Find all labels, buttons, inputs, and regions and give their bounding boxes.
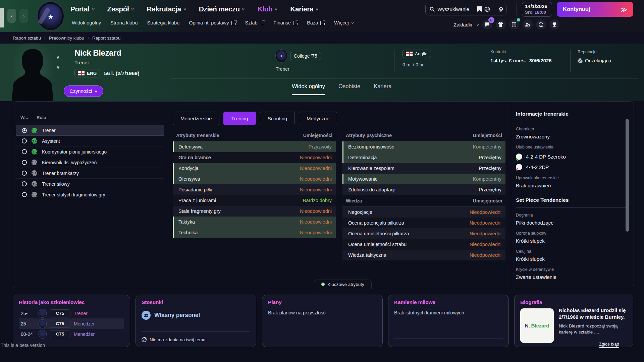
favourite-formation[interactable]: 4-4-2 2DP: [516, 164, 627, 170]
subnav-wiecej[interactable]: Więcej∨: [334, 20, 354, 25]
history-row[interactable]: 00-24 C75 Menedżer: [19, 329, 124, 339]
club-crest-logo[interactable]: ★: [38, 2, 64, 30]
radio-icon[interactable]: [22, 192, 27, 197]
tab-widok-ogolny[interactable]: Widok ogólny: [292, 83, 325, 95]
breadcrumb-item[interactable]: Raport sztabu: [92, 36, 120, 41]
squad-shirt-icon[interactable]: [496, 19, 506, 29]
info-panel-scrollbar[interactable]: [626, 119, 629, 232]
coach-info-panel: Informacje trenerskie Charakter Zrównowa…: [516, 111, 627, 288]
tab-kariera[interactable]: Kariera: [374, 83, 391, 95]
scouting-icon[interactable]: [523, 19, 533, 29]
england-flag-icon: [78, 71, 85, 75]
attr-row[interactable]: Zdolność do adaptacjiPrzeciętny: [342, 184, 505, 195]
attr-row[interactable]: Praca z junioramiBardzo dobry: [173, 195, 336, 206]
subnav-strategia-klubu[interactable]: Strategia klubu: [147, 20, 179, 25]
chevron-down-icon: ∨: [131, 7, 135, 11]
attr-row[interactable]: TechnikaNieodpowiedni: [173, 227, 336, 238]
nav-portal[interactable]: Portal∨: [70, 5, 95, 13]
breadcrumb-item[interactable]: Pracownicy klubu: [49, 36, 84, 41]
nationality-chip[interactable]: ENG: [74, 69, 100, 77]
content-frame: W... Rola Trener Asystent Koordynator pi…: [13, 101, 634, 288]
attr-row[interactable]: Ocena umiejętności piłkarzaNieodpowiedni: [342, 228, 505, 239]
attr-row[interactable]: Gra na bramceNieodpowiedni: [173, 152, 336, 163]
radio-selected-icon[interactable]: [22, 128, 27, 133]
role-row-trener-bramkarzy[interactable]: Trener bramkarzy: [16, 168, 164, 179]
inbox-messages-icon[interactable]: 6: [482, 19, 492, 29]
rights-value: Brak uprawnień: [516, 183, 627, 188]
nation-chip[interactable]: Anglia: [402, 50, 431, 58]
sync-icon[interactable]: [536, 19, 546, 29]
history-row[interactable]: 25- C75 Menedżer: [19, 318, 124, 329]
bio-body-text: Nick Blezard rozpoczął swoją karierę w s…: [559, 323, 629, 335]
radio-icon[interactable]: [22, 138, 27, 143]
club-chip[interactable]: C75: [50, 320, 70, 328]
chevron-down-icon[interactable]: ∨: [476, 22, 479, 27]
attr-row[interactable]: KondycjaNieodpowiedni: [173, 163, 336, 174]
search-field[interactable]: Wyszukiwanie: [426, 3, 473, 15]
favourite-formation[interactable]: 4-2-4 DP Szeroko: [516, 154, 627, 160]
attr-row[interactable]: DeterminacjaPrzeciętny: [342, 152, 505, 163]
attr-row[interactable]: DefensywaPrzyzwoity: [173, 141, 336, 152]
radio-icon[interactable]: [22, 171, 27, 176]
subnav-opinia-postawy[interactable]: Opinia nt. postawy: [189, 20, 235, 25]
role-row-trener-silowy[interactable]: Trener siłowy: [16, 179, 164, 189]
relations-value-row[interactable]: Własny personel: [142, 311, 250, 320]
attr-row[interactable]: NegocjacjeNieodpowiedni: [342, 207, 505, 218]
club-chip[interactable]: C75: [50, 309, 70, 317]
history-forward-button[interactable]: ›: [19, 9, 28, 23]
role-row-trener[interactable]: Trener: [16, 125, 164, 136]
attr-row[interactable]: BezkompromisowośćKompetentny: [342, 141, 505, 152]
radio-icon[interactable]: [22, 160, 27, 165]
attr-row[interactable]: Kierowanie zespołemPrzeciętny: [342, 163, 505, 174]
radio-icon[interactable]: [22, 149, 27, 154]
radio-icon[interactable]: [22, 181, 27, 186]
role-row-kierownik[interactable]: Kierownik ds. wypożyczeń: [16, 157, 164, 168]
role-row-asystent[interactable]: Asystent: [16, 136, 164, 146]
tab-trening[interactable]: Trening: [223, 112, 256, 125]
nav-rekrutacja[interactable]: Rekrutacja∨: [147, 5, 186, 13]
tab-menedzerskie[interactable]: Menedżerskie: [173, 112, 219, 125]
subnav-widok-ogolny[interactable]: Widok ogólny: [72, 20, 101, 25]
attr-row[interactable]: Ocena umiejętności sztabuNieodpowiedni: [342, 239, 505, 250]
tab-medyczne[interactable]: Medyczne: [299, 112, 337, 125]
attr-row[interactable]: TaktykaNieodpowiedni: [173, 217, 336, 227]
bookmark-icon[interactable]: [477, 6, 482, 12]
attr-row[interactable]: Wiedza taktycznaNieodpowiedni: [342, 250, 505, 260]
attr-row[interactable]: MotywowanieKompetentny: [342, 174, 505, 184]
attr-row[interactable]: Posiadanie piłkiNieodpowiedni: [173, 184, 336, 195]
game-date-widget[interactable]: 14/1/2026 Śro18:00: [522, 2, 552, 17]
game-time: 18:00: [535, 10, 546, 15]
nav-klub[interactable]: Klub∨: [258, 5, 278, 13]
attr-row[interactable]: Ocena potencjału piłkarzaNieodpowiedni: [342, 218, 505, 228]
tab-osobiste[interactable]: Osobiste: [338, 83, 360, 95]
breadcrumb-item[interactable]: Raport sztabu: [13, 36, 41, 41]
actions-button[interactable]: Czynności∨: [64, 85, 103, 97]
subnav-baza[interactable]: Baza: [307, 20, 325, 25]
tab-scouting[interactable]: Scouting: [260, 112, 295, 125]
attr-row[interactable]: Stałe fragmenty gryNieodpowiedni: [173, 206, 336, 217]
history-back-button[interactable]: ‹: [7, 9, 16, 23]
gear-icon[interactable]: [498, 6, 504, 12]
search-icon: [430, 7, 435, 12]
subnav-sztab[interactable]: Sztab: [245, 20, 264, 25]
history-row[interactable]: 25- C75 Trener: [19, 308, 124, 318]
breadcrumb-separator: ›: [88, 36, 89, 40]
next-staff-arrow[interactable]: ∨: [56, 64, 60, 70]
trophy-icon[interactable]: [549, 19, 559, 29]
nav-kariera[interactable]: Kariera∨: [290, 5, 318, 13]
nav-zespol[interactable]: Zespół∨: [107, 5, 134, 13]
subnav-strona-klubu[interactable]: Strona klubu: [110, 20, 138, 25]
subnav-finanse[interactable]: Finanse: [274, 20, 298, 25]
prev-staff-arrow[interactable]: ∧: [56, 54, 60, 60]
attr-row[interactable]: OfensywaNieodpowiedni: [173, 174, 336, 184]
globe-icon[interactable]: [484, 6, 490, 12]
role-row-koordynator[interactable]: Koordynator pionu juniorskiego: [16, 146, 164, 157]
club-chip[interactable]: C75: [50, 330, 70, 338]
squad-alert-icon[interactable]: [509, 19, 519, 29]
continue-button[interactable]: Kontynuuj ≫: [557, 2, 633, 17]
club-name-chip[interactable]: College '75: [290, 52, 321, 60]
bookmarks-label[interactable]: Zakładki: [453, 22, 472, 27]
report-bug-link[interactable]: Zgłoś błąd: [599, 342, 619, 348]
nav-dzien-meczu[interactable]: Dzień meczu∨: [199, 5, 245, 13]
role-row-trener-sfg[interactable]: Trener stałych fragmentów gry: [16, 189, 164, 200]
